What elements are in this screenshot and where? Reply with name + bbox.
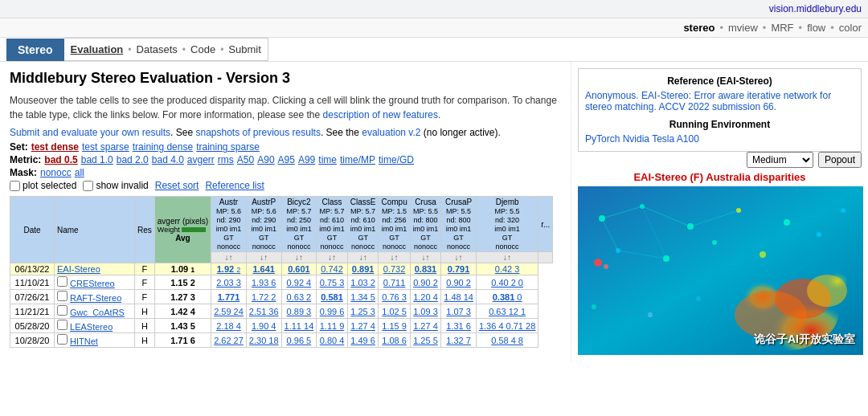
- cell-austr[interactable]: 2.59 24: [211, 304, 247, 319]
- cell-crusap[interactable]: 0.90 2: [441, 275, 477, 290]
- metric-a95[interactable]: A95: [278, 154, 295, 165]
- eval-v2-link[interactable]: evaluation v.2: [362, 127, 420, 138]
- set-test-sparse[interactable]: test sparse: [82, 141, 129, 153]
- cell-austr[interactable]: 2.03 3: [211, 275, 247, 290]
- cell-crusap[interactable]: 1.07 3: [441, 304, 477, 319]
- cell-austrp[interactable]: 2.30 18: [246, 333, 281, 348]
- sort-crusa[interactable]: ↓↑: [410, 252, 441, 263]
- metric-timegd[interactable]: time/GD: [379, 154, 414, 165]
- nav-stereo[interactable]: stereo: [683, 22, 714, 34]
- cell-class[interactable]: 0.581: [317, 290, 348, 304]
- row-link-gwc[interactable]: Gwc_CoAtRS: [70, 308, 125, 317]
- sort-austr[interactable]: ↓↑: [211, 252, 247, 263]
- cell-austrp[interactable]: 1.72 2: [246, 290, 281, 304]
- row-checkbox-gwc[interactable]: [57, 305, 68, 316]
- cell-compu[interactable]: 1.15 9: [379, 319, 410, 333]
- cell-crusap[interactable]: 0.791: [441, 263, 477, 275]
- tab-submit[interactable]: Submit: [228, 43, 260, 55]
- cell-djemb[interactable]: 0.58 4 8: [476, 333, 538, 348]
- metric-bad10[interactable]: bad 1.0: [81, 154, 113, 165]
- cell-class[interactable]: 0.742: [317, 263, 348, 275]
- metric-timemp[interactable]: time/MP: [340, 154, 375, 165]
- plot-selected-checkbox[interactable]: [10, 181, 20, 191]
- cell-crusa[interactable]: 0.90 2: [410, 275, 441, 290]
- cell-bicyc2[interactable]: 0.89 3: [281, 304, 317, 319]
- sort-compu[interactable]: ↓↑: [379, 252, 410, 263]
- cell-crusa[interactable]: 1.25 5: [410, 333, 441, 348]
- cell-classe[interactable]: 0.891: [347, 263, 379, 275]
- cell-class[interactable]: 0.75 3: [317, 275, 348, 290]
- set-test-dense[interactable]: test dense: [31, 141, 79, 153]
- cell-class[interactable]: 0.80 4: [317, 333, 348, 348]
- show-invalid-checkbox[interactable]: [83, 181, 93, 191]
- metric-a99[interactable]: A99: [298, 154, 315, 165]
- nav-flow[interactable]: flow: [807, 22, 825, 34]
- cell-compu[interactable]: 0.76 3: [379, 290, 410, 304]
- cell-compu[interactable]: 1.08 6: [379, 333, 410, 348]
- metric-bad05[interactable]: bad 0.5: [44, 154, 77, 165]
- show-invalid-label[interactable]: show invalid: [83, 180, 148, 191]
- reference-list-link[interactable]: Reference list: [205, 180, 264, 191]
- set-training-sparse[interactable]: training sparse: [196, 141, 260, 153]
- tab-evaluation[interactable]: Evaluation: [71, 43, 124, 55]
- metric-avgerr[interactable]: avgerr: [187, 154, 215, 165]
- size-select[interactable]: Thumbnail Small Medium Large: [747, 152, 813, 168]
- cell-compu[interactable]: 1.02 5: [379, 304, 410, 319]
- cell-austr[interactable]: 1.771: [211, 290, 247, 304]
- cell-classe[interactable]: 1.27 4: [347, 319, 379, 333]
- nav-mview[interactable]: mview: [728, 22, 758, 34]
- set-training-dense[interactable]: training dense: [133, 141, 193, 153]
- cell-bicyc2[interactable]: 1.11 14: [281, 319, 317, 333]
- row-checkbox-hit[interactable]: [57, 334, 68, 345]
- cell-crusa[interactable]: 0.831: [410, 263, 441, 275]
- cell-austrp[interactable]: 1.641: [246, 263, 281, 275]
- cell-crusa[interactable]: 1.27 4: [410, 319, 441, 333]
- row-link-raft[interactable]: RAFT-Stereo: [70, 293, 121, 303]
- sort-austrp[interactable]: ↓↑: [246, 252, 281, 263]
- cell-classe[interactable]: 1.34 5: [347, 290, 379, 304]
- cell-classe[interactable]: 1.03 2: [347, 275, 379, 290]
- cell-crusap[interactable]: 1.48 14: [441, 290, 477, 304]
- cell-austr[interactable]: 2.18 4: [211, 319, 247, 333]
- tab-stereo[interactable]: Stereo: [6, 39, 64, 61]
- sort-class[interactable]: ↓↑: [317, 252, 348, 263]
- cell-crusap[interactable]: 1.31 6: [441, 319, 477, 333]
- cell-compu[interactable]: 0.732: [379, 263, 410, 275]
- metric-bad20[interactable]: bad 2.0: [117, 154, 149, 165]
- cell-austr[interactable]: 1.92 2: [211, 263, 247, 275]
- cell-crusa[interactable]: 1.20 4: [410, 290, 441, 304]
- popout-button[interactable]: Popout: [818, 152, 862, 168]
- row-link-cre[interactable]: CREStereo: [70, 279, 115, 288]
- cell-djemb[interactable]: 0.63 12 1: [476, 304, 538, 319]
- cell-djemb[interactable]: 0.381 0: [476, 290, 538, 304]
- metric-rms[interactable]: rms: [218, 154, 234, 165]
- row-link-lea[interactable]: LEAStereo: [70, 322, 113, 332]
- row-checkbox-lea[interactable]: [57, 320, 68, 330]
- row-link-eai[interactable]: EAI-Stereo: [57, 264, 100, 274]
- submit-results-link[interactable]: Submit and evaluate your own results: [10, 127, 170, 138]
- metric-bad40[interactable]: bad 4.0: [152, 154, 184, 165]
- cell-bicyc2[interactable]: 0.63 2: [281, 290, 317, 304]
- sort-djemb[interactable]: ↓↑: [476, 252, 538, 263]
- sort-classe[interactable]: ↓↑: [347, 252, 379, 263]
- cell-djemb[interactable]: 0.42 3: [476, 263, 538, 275]
- cell-class[interactable]: 0.99 6: [317, 304, 348, 319]
- cell-classe[interactable]: 1.49 6: [347, 333, 379, 348]
- cell-djemb[interactable]: 0.40 2 0: [476, 275, 538, 290]
- mask-all[interactable]: all: [75, 167, 84, 178]
- cell-austrp[interactable]: 1.93 6: [246, 275, 281, 290]
- new-features-link[interactable]: description of new features: [323, 109, 438, 120]
- cell-austrp[interactable]: 2.51 36: [246, 304, 281, 319]
- metric-a90[interactable]: A90: [257, 154, 274, 165]
- row-checkbox-raft[interactable]: [57, 291, 68, 301]
- tab-code[interactable]: Code: [190, 43, 215, 55]
- mask-nonocc[interactable]: nonocc: [40, 167, 72, 178]
- reset-sort-link[interactable]: Reset sort: [155, 180, 199, 191]
- snapshots-link[interactable]: snapshots of previous results: [195, 127, 320, 138]
- cell-bicyc2[interactable]: 0.92 4: [281, 275, 317, 290]
- row-link-hit[interactable]: HITNet: [70, 336, 98, 346]
- tab-datasets[interactable]: Datasets: [137, 43, 178, 55]
- url-link[interactable]: vision.middlebury.edu: [769, 3, 862, 14]
- metric-a50[interactable]: A50: [237, 154, 254, 165]
- nav-mrf[interactable]: MRF: [771, 22, 793, 34]
